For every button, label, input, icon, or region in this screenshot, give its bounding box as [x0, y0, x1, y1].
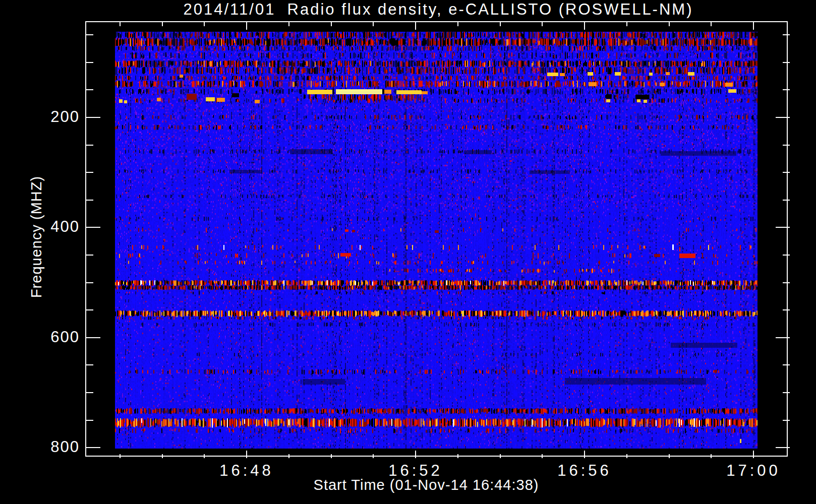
axis-tick	[457, 454, 458, 458]
axis-tick	[373, 22, 374, 26]
x-tick-label: 17:00	[726, 462, 781, 480]
axis-tick	[457, 22, 458, 26]
axis-tick	[331, 454, 332, 458]
y-axis-label: Frequency (MHZ)	[28, 176, 45, 298]
axis-tick	[542, 22, 543, 26]
axis-tick	[753, 451, 754, 458]
axis-tick	[288, 22, 289, 26]
axis-tick	[86, 34, 93, 35]
axis-tick	[120, 454, 121, 458]
axis-tick	[783, 255, 790, 256]
chart-title: 2014/11/01 Radio flux density, e-CALLIST…	[86, 1, 790, 19]
axis-tick	[584, 22, 585, 30]
axis-tick	[500, 22, 501, 26]
axis-tick	[783, 200, 790, 201]
x-tick-label: 16:48	[219, 462, 274, 480]
axis-tick	[783, 282, 790, 283]
axis-tick	[86, 420, 93, 421]
axis-tick	[86, 89, 93, 90]
axis-tick	[86, 117, 100, 118]
axis-tick	[288, 454, 289, 458]
axis-tick	[86, 227, 100, 228]
axis-tick	[783, 392, 790, 393]
axis-tick	[204, 22, 205, 26]
axis-tick	[86, 200, 93, 201]
spectrogram-heatmap	[115, 32, 757, 449]
axis-tick	[783, 420, 790, 421]
axis-tick	[500, 454, 501, 458]
axis-tick	[711, 22, 712, 26]
x-tick-label: 16:56	[557, 462, 612, 480]
y-tick-label: 200	[4, 108, 80, 126]
axis-tick	[783, 364, 790, 365]
axis-tick	[783, 89, 790, 90]
axis-tick	[86, 337, 100, 338]
axis-tick	[669, 22, 670, 26]
axis-tick	[86, 309, 93, 310]
axis-tick	[86, 145, 93, 146]
axis-tick	[162, 22, 163, 26]
axis-tick	[753, 22, 754, 30]
y-tick-label: 800	[4, 438, 80, 456]
axis-tick	[162, 454, 163, 458]
axis-tick	[783, 309, 790, 310]
axis-tick	[776, 227, 790, 228]
spectrogram-figure: 2014/11/01 Radio flux density, e-CALLIST…	[0, 0, 816, 504]
axis-tick	[783, 145, 790, 146]
axis-tick	[86, 364, 93, 365]
axis-tick	[776, 337, 790, 338]
axis-tick	[86, 447, 100, 448]
axis-tick	[246, 451, 247, 458]
axis-tick	[86, 172, 93, 173]
axis-tick	[783, 62, 790, 63]
axis-tick	[373, 454, 374, 458]
x-axis-label: Start Time (01-Nov-14 16:44:38)	[314, 477, 539, 493]
axis-tick	[86, 255, 93, 256]
axis-tick	[86, 392, 93, 393]
y-tick-label: 600	[4, 328, 80, 346]
axis-tick	[626, 454, 627, 458]
axis-tick	[776, 447, 790, 448]
axis-tick	[584, 451, 585, 458]
axis-tick	[120, 22, 121, 26]
axis-tick	[626, 22, 627, 26]
axis-tick	[783, 34, 790, 35]
axis-tick	[204, 454, 205, 458]
axis-tick	[86, 62, 93, 63]
axis-tick	[776, 117, 790, 118]
axis-tick	[669, 454, 670, 458]
axis-tick	[542, 454, 543, 458]
axis-tick	[415, 451, 416, 458]
axis-tick	[711, 454, 712, 458]
axis-tick	[415, 22, 416, 30]
axis-tick	[783, 172, 790, 173]
axis-tick	[246, 22, 247, 30]
axis-tick	[331, 22, 332, 26]
axis-tick	[86, 282, 93, 283]
